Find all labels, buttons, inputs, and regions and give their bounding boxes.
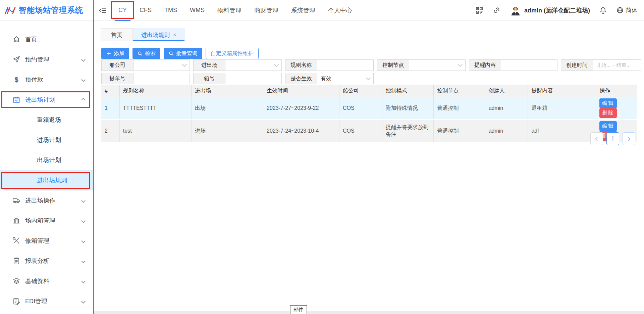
sidebar-subitem-出场计划[interactable]: 出场计划 [0, 150, 93, 170]
filter-input-提醒内容[interactable] [501, 60, 557, 71]
sidebar-item-进出场操作[interactable]: 进出场操作 [0, 190, 93, 211]
sidebar-item-EDI管理[interactable]: EDI管理 [0, 291, 93, 311]
user-menu[interactable]: admin (远洋仓配二堆场) [510, 5, 590, 16]
sidebar-item-场内箱管理[interactable]: 场内箱管理 [0, 211, 93, 231]
filter-label-提醒内容: 提醒内容 [469, 60, 501, 71]
main-content: 首页进出场规则× 添加检索批量查询自定义箱属性维护 船公司进出场规则名称控制节点… [94, 21, 644, 314]
horizontal-scrollbar[interactable] [94, 311, 644, 314]
pagination-next-button[interactable] [623, 132, 635, 145]
cell-direction: 出场 [191, 97, 263, 120]
avatar [510, 5, 521, 16]
sidebar-item-进出场计划[interactable]: 进出场计划 [0, 90, 93, 110]
sidebar-collapse-icon[interactable] [99, 6, 107, 14]
sidebar-item-预约管理[interactable]: 预约管理 [0, 49, 93, 70]
filter-input-提单号[interactable] [133, 73, 190, 84]
chevron-right-icon [626, 137, 631, 141]
chevron-down-icon [182, 62, 187, 67]
filter-select-船公司[interactable] [133, 60, 190, 71]
chevron-down-icon [82, 56, 85, 62]
topnav-item-cfs[interactable]: CFS [135, 0, 157, 21]
search-icon [168, 51, 174, 56]
edit-button[interactable]: 编辑 [599, 121, 617, 131]
sidebar-subitem-重箱返场[interactable]: 重箱返场 [0, 110, 93, 130]
pagination-prev-button[interactable] [590, 132, 603, 145]
filter-label-规则名称: 规则名称 [285, 60, 317, 71]
sidebar-item-label: 进出场计划 [25, 96, 82, 104]
sidebar-subitem-label: 重箱返场 [37, 116, 61, 124]
table-row: 2test进场2023-7-24~2023-10-4COS提醒并将要求放到备注普… [101, 120, 637, 142]
cell-index: 2 [101, 120, 119, 142]
brand-logo-icon [4, 5, 17, 15]
chevron-down-icon [458, 62, 463, 67]
column-header-操作: 操作 [596, 85, 637, 97]
cell-shipping: COS [339, 97, 382, 120]
topnav-item-系统管理[interactable]: 系统管理 [286, 0, 320, 21]
search-button-批量查询[interactable]: 批量查询 [164, 48, 202, 59]
qr-code-icon[interactable] [475, 6, 483, 14]
cell-remind: 退租箱 [528, 97, 596, 120]
language-switcher[interactable]: 简体 [616, 6, 637, 14]
filter-select-控制节点[interactable] [409, 60, 465, 71]
sidebar-item-预付款[interactable]: $预付款 [0, 70, 93, 90]
filter-input-箱号[interactable] [225, 73, 281, 84]
filter-group-创建时间: 创建时间开始... ~ 结束... [561, 59, 641, 71]
pagination-page-1[interactable]: 1 [606, 132, 619, 145]
cell-effective: 2023-7-27~2023-9-22 [263, 97, 339, 120]
link-icon[interactable] [492, 6, 501, 14]
topnav-item-tms[interactable]: TMS [159, 0, 182, 21]
button-label: 批量查询 [176, 50, 198, 57]
top-nav: CYCFSTMSWMS物料管理商财管理系统管理个人中心 [112, 0, 359, 21]
table-header-row: #规则名称进出场生效时间船公司控制模式控制节点创建人提醒内容操作 [101, 85, 637, 97]
tab-进出场规则[interactable]: 进出场规则× [133, 28, 185, 41]
filter-label-创建时间: 创建时间 [561, 60, 593, 71]
topnav-item-label: TMS [164, 7, 177, 14]
edit-button[interactable]: 编辑 [599, 98, 617, 108]
bell-icon[interactable] [599, 6, 607, 14]
sidebar: 首页预约管理$预付款进出场计划重箱返场进场计划出场计划进出场规则进出场操作场内箱… [0, 21, 93, 314]
send-icon [12, 55, 21, 63]
sidebar-item-label: 报表分析 [25, 257, 82, 265]
column-header-控制模式: 控制模式 [382, 85, 433, 97]
filter-input-创建时间[interactable]: 开始... ~ 结束... [593, 60, 641, 71]
app-root: 智能场站管理系统 CYCFSTMSWMS物料管理商财管理系统管理个人中心 [0, 0, 644, 314]
sidebar-item-label: 进出场操作 [25, 196, 82, 205]
topnav-item-商财管理[interactable]: 商财管理 [249, 0, 283, 21]
filter-select-进出场[interactable] [225, 60, 281, 71]
cell-effective: 2023-7-24~2023-10-4 [263, 120, 339, 142]
sidebar-item-基础资料[interactable]: 基础资料 [0, 271, 93, 291]
topnav-item-wms[interactable]: WMS [185, 0, 210, 21]
topnav-item-个人中心[interactable]: 个人中心 [323, 0, 357, 21]
tab-label: 进出场规则 [141, 31, 170, 39]
chevron-left-icon [595, 137, 599, 141]
home-icon [12, 35, 21, 43]
sidebar-item-修箱管理[interactable]: 修箱管理 [0, 231, 93, 251]
sidebar-item-报表分析[interactable]: 报表分析 [0, 251, 93, 271]
search-button-检索[interactable]: 检索 [132, 48, 160, 59]
filter-group-箱号: 箱号 [193, 73, 282, 84]
chevron-down-icon [82, 197, 85, 204]
topnav-item-label: CY [118, 7, 127, 14]
topnav-item-cy[interactable]: CY [113, 0, 132, 21]
chevron-down-icon [82, 238, 85, 244]
tab-close-icon[interactable]: × [173, 32, 176, 38]
cell-remind: adf [528, 120, 596, 142]
delete-button[interactable]: 删除 [599, 108, 617, 118]
column-header-进出场: 进出场 [191, 85, 263, 97]
sidebar-subitem-进出场规则[interactable]: 进出场规则 [0, 170, 93, 190]
pagination: 1 [590, 132, 635, 145]
tab-label: 首页 [111, 31, 122, 39]
plus-button-添加[interactable]: 添加 [101, 48, 129, 59]
sidebar-item-首页[interactable]: 首页 [0, 29, 93, 49]
column-header-规则名称: 规则名称 [119, 85, 191, 97]
topnav-item-物料管理[interactable]: 物料管理 [212, 0, 247, 21]
button-自定义箱属性维护[interactable]: 自定义箱属性维护 [206, 48, 259, 59]
chevron-down-icon [274, 62, 279, 67]
filter-select-是否生效[interactable]: 有效 [317, 73, 373, 84]
brand-logo: 智能场站管理系统 [0, 5, 93, 15]
tab-首页[interactable]: 首页 [101, 28, 133, 41]
cell-control_node: 普通控制 [434, 120, 485, 142]
filter-input-规则名称[interactable] [317, 60, 373, 71]
edi-icon [12, 297, 21, 305]
sidebar-subitem-进场计划[interactable]: 进场计划 [0, 130, 93, 150]
sidebar-item-label: 预约管理 [25, 55, 82, 63]
